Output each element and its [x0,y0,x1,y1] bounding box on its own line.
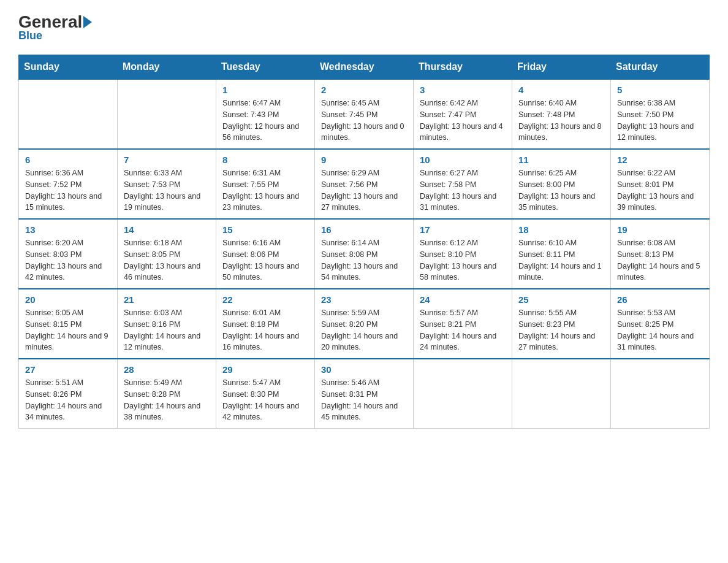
day-number: 28 [124,364,210,375]
day-info: Sunrise: 6:47 AM Sunset: 7:43 PM Dayligh… [222,98,308,144]
day-number: 30 [321,364,407,375]
day-info: Sunrise: 5:51 AM Sunset: 8:26 PM Dayligh… [25,377,111,423]
day-info: Sunrise: 6:27 AM Sunset: 7:58 PM Dayligh… [420,167,506,213]
day-number: 11 [518,155,604,165]
calendar-week-row: 6Sunrise: 6:36 AM Sunset: 7:52 PM Daylig… [19,149,710,219]
day-number: 20 [25,294,111,305]
day-number: 22 [222,294,308,305]
day-number: 10 [420,155,506,165]
calendar-day-cell [19,79,118,149]
day-number: 1 [222,85,308,95]
day-info: Sunrise: 5:46 AM Sunset: 8:31 PM Dayligh… [321,377,407,423]
day-info: Sunrise: 6:22 AM Sunset: 8:01 PM Dayligh… [617,167,703,213]
day-info: Sunrise: 6:08 AM Sunset: 8:13 PM Dayligh… [617,237,703,283]
calendar-table: SundayMondayTuesdayWednesdayThursdayFrid… [18,55,710,429]
day-info: Sunrise: 6:10 AM Sunset: 8:11 PM Dayligh… [518,237,604,283]
calendar-day-cell: 20Sunrise: 6:05 AM Sunset: 8:15 PM Dayli… [19,289,118,359]
calendar-day-header: Wednesday [315,55,414,80]
day-number: 13 [25,224,111,235]
day-info: Sunrise: 5:55 AM Sunset: 8:23 PM Dayligh… [518,307,604,353]
day-info: Sunrise: 5:57 AM Sunset: 8:21 PM Dayligh… [420,307,506,353]
day-number: 7 [124,155,210,165]
day-info: Sunrise: 6:38 AM Sunset: 7:50 PM Dayligh… [617,98,703,144]
day-number: 19 [617,224,703,235]
calendar-day-cell: 23Sunrise: 5:59 AM Sunset: 8:20 PM Dayli… [315,289,414,359]
day-info: Sunrise: 6:18 AM Sunset: 8:05 PM Dayligh… [124,237,210,283]
day-info: Sunrise: 6:40 AM Sunset: 7:48 PM Dayligh… [518,98,604,144]
day-info: Sunrise: 5:49 AM Sunset: 8:28 PM Dayligh… [124,377,210,423]
day-info: Sunrise: 6:36 AM Sunset: 7:52 PM Dayligh… [25,167,111,213]
day-number: 2 [321,85,407,95]
calendar-day-cell: 24Sunrise: 5:57 AM Sunset: 8:21 PM Dayli… [414,289,512,359]
calendar-day-header: Sunday [19,55,118,80]
day-number: 21 [124,294,210,305]
calendar-day-cell: 6Sunrise: 6:36 AM Sunset: 7:52 PM Daylig… [19,149,118,219]
calendar-day-cell: 29Sunrise: 5:47 AM Sunset: 8:30 PM Dayli… [216,359,315,429]
calendar-day-header: Friday [512,55,611,80]
calendar-day-cell [611,359,710,429]
day-info: Sunrise: 5:59 AM Sunset: 8:20 PM Dayligh… [321,307,407,353]
day-number: 4 [518,85,604,95]
calendar-day-cell: 2Sunrise: 6:45 AM Sunset: 7:45 PM Daylig… [315,79,414,149]
day-number: 14 [124,224,210,235]
calendar-day-header: Tuesday [216,55,315,80]
calendar-day-cell: 28Sunrise: 5:49 AM Sunset: 8:28 PM Dayli… [118,359,216,429]
day-info: Sunrise: 6:01 AM Sunset: 8:18 PM Dayligh… [222,307,308,353]
day-number: 16 [321,224,407,235]
calendar-day-cell [512,359,611,429]
calendar-day-cell: 13Sunrise: 6:20 AM Sunset: 8:03 PM Dayli… [19,219,118,289]
day-number: 8 [222,155,308,165]
day-info: Sunrise: 6:12 AM Sunset: 8:10 PM Dayligh… [420,237,506,283]
day-number: 18 [518,224,604,235]
day-info: Sunrise: 6:14 AM Sunset: 8:08 PM Dayligh… [321,237,407,283]
day-info: Sunrise: 6:29 AM Sunset: 7:56 PM Dayligh… [321,167,407,213]
calendar-week-row: 13Sunrise: 6:20 AM Sunset: 8:03 PM Dayli… [19,219,710,289]
day-info: Sunrise: 6:42 AM Sunset: 7:47 PM Dayligh… [420,98,506,144]
calendar-day-cell: 11Sunrise: 6:25 AM Sunset: 8:00 PM Dayli… [512,149,611,219]
calendar-day-cell: 16Sunrise: 6:14 AM Sunset: 8:08 PM Dayli… [315,219,414,289]
calendar-day-cell: 30Sunrise: 5:46 AM Sunset: 8:31 PM Dayli… [315,359,414,429]
day-info: Sunrise: 6:16 AM Sunset: 8:06 PM Dayligh… [222,237,308,283]
calendar-day-cell: 17Sunrise: 6:12 AM Sunset: 8:10 PM Dayli… [414,219,512,289]
calendar-day-cell [118,79,216,149]
day-info: Sunrise: 5:47 AM Sunset: 8:30 PM Dayligh… [222,377,308,423]
day-number: 25 [518,294,604,305]
calendar-day-cell: 21Sunrise: 6:03 AM Sunset: 8:16 PM Dayli… [118,289,216,359]
day-number: 29 [222,364,308,375]
calendar-day-cell: 27Sunrise: 5:51 AM Sunset: 8:26 PM Dayli… [19,359,118,429]
calendar-day-cell [414,359,512,429]
day-number: 3 [420,85,506,95]
calendar-day-cell: 14Sunrise: 6:18 AM Sunset: 8:05 PM Dayli… [118,219,216,289]
calendar-header-row: SundayMondayTuesdayWednesdayThursdayFrid… [19,55,710,80]
calendar-day-cell: 15Sunrise: 6:16 AM Sunset: 8:06 PM Dayli… [216,219,315,289]
calendar-day-header: Monday [118,55,216,80]
day-number: 17 [420,224,506,235]
day-number: 23 [321,294,407,305]
calendar-day-cell: 3Sunrise: 6:42 AM Sunset: 7:47 PM Daylig… [414,79,512,149]
day-info: Sunrise: 6:31 AM Sunset: 7:55 PM Dayligh… [222,167,308,213]
calendar-day-cell: 5Sunrise: 6:38 AM Sunset: 7:50 PM Daylig… [611,79,710,149]
calendar-week-row: 27Sunrise: 5:51 AM Sunset: 8:26 PM Dayli… [19,359,710,429]
calendar-week-row: 1Sunrise: 6:47 AM Sunset: 7:43 PM Daylig… [19,79,710,149]
day-number: 24 [420,294,506,305]
calendar-day-cell: 26Sunrise: 5:53 AM Sunset: 8:25 PM Dayli… [611,289,710,359]
day-number: 5 [617,85,703,95]
calendar-day-cell: 9Sunrise: 6:29 AM Sunset: 7:56 PM Daylig… [315,149,414,219]
calendar-day-cell: 12Sunrise: 6:22 AM Sunset: 8:01 PM Dayli… [611,149,710,219]
calendar-day-cell: 19Sunrise: 6:08 AM Sunset: 8:13 PM Dayli… [611,219,710,289]
day-number: 27 [25,364,111,375]
calendar-day-cell: 8Sunrise: 6:31 AM Sunset: 7:55 PM Daylig… [216,149,315,219]
calendar-day-cell: 22Sunrise: 6:01 AM Sunset: 8:18 PM Dayli… [216,289,315,359]
day-info: Sunrise: 6:05 AM Sunset: 8:15 PM Dayligh… [25,307,111,353]
day-number: 15 [222,224,308,235]
calendar-day-header: Saturday [611,55,710,80]
day-info: Sunrise: 6:25 AM Sunset: 8:00 PM Dayligh… [518,167,604,213]
calendar-day-cell: 7Sunrise: 6:33 AM Sunset: 7:53 PM Daylig… [118,149,216,219]
day-info: Sunrise: 6:20 AM Sunset: 8:03 PM Dayligh… [25,237,111,283]
calendar-day-cell: 1Sunrise: 6:47 AM Sunset: 7:43 PM Daylig… [216,79,315,149]
day-number: 6 [25,155,111,165]
day-number: 9 [321,155,407,165]
day-info: Sunrise: 6:33 AM Sunset: 7:53 PM Dayligh… [124,167,210,213]
calendar-week-row: 20Sunrise: 6:05 AM Sunset: 8:15 PM Dayli… [19,289,710,359]
day-info: Sunrise: 5:53 AM Sunset: 8:25 PM Dayligh… [617,307,703,353]
